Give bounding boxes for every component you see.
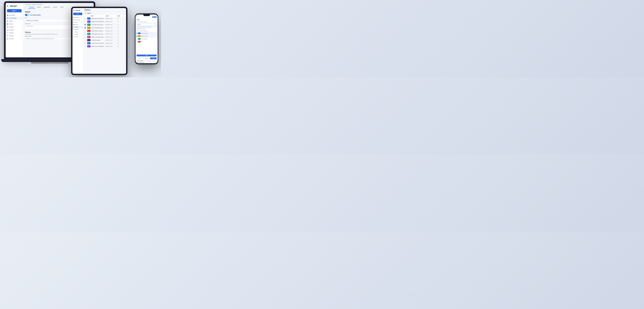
row-checkbox[interactable] (84, 34, 86, 34)
row-status: On (118, 27, 125, 28)
row-checkbox[interactable] (84, 21, 86, 22)
svg-rect-30 (74, 29, 74, 30)
row-title: How 5 Things Will Change The Way You App… (91, 27, 105, 28)
phone-add-button[interactable]: Add (136, 54, 156, 56)
settings-button[interactable]: Settings (144, 58, 150, 59)
sidebar-item-settings[interactable]: Settings ∨ (6, 34, 23, 37)
sidebar-item-dashboard[interactable]: Dashboard (6, 14, 23, 17)
folder-checkbox[interactable] (136, 30, 138, 31)
row-checkbox[interactable] (84, 46, 86, 47)
folder-item-comcast[interactable]: Comcast Sportsnet (136, 32, 158, 35)
sidebar-item-live-streams[interactable]: Live Streams ∧ (6, 17, 23, 20)
folder-checkbox[interactable] (136, 28, 138, 29)
col-status[interactable]: Status (118, 16, 125, 16)
svg-text:$: $ (74, 32, 74, 32)
laptop-add-button[interactable]: Add + (7, 9, 22, 12)
table-row: ▶ Master The Art Of Playlist With These … (83, 45, 126, 48)
dacast-logo-text: dacast (10, 5, 17, 7)
tablet-sidebar-folders[interactable]: Folders (72, 24, 83, 26)
playlist-item-johanna[interactable]: Johanna's Playlist (136, 60, 158, 62)
folder-checkbox[interactable] (136, 38, 138, 40)
tab-security[interactable]: Security (52, 6, 58, 9)
folder-checkbox[interactable] (136, 41, 138, 42)
folder-icon (7, 23, 8, 25)
sidebar-live-streams-label: Live Streams (9, 18, 17, 19)
col-name[interactable]: Name (91, 16, 105, 16)
row-date: 28/05/2020, 12:00 (105, 46, 118, 47)
row-checkbox[interactable] (84, 18, 86, 19)
row-checkbox[interactable] (84, 30, 86, 32)
sidebar-item-videos[interactable]: Videos (6, 20, 23, 22)
sidebar-item-paywall[interactable]: $ Paywall ∨ (6, 32, 23, 34)
tablet-sidebar-videos[interactable]: Videos ∨ (72, 21, 83, 24)
search-tag: Playlist × (86, 12, 92, 14)
live-stream-toggle[interactable] (25, 14, 29, 16)
tablet-folders-label: Folders (75, 24, 78, 25)
play-icon (73, 22, 74, 23)
tablet-sidebar-account[interactable]: Account (72, 36, 83, 38)
phone-search-input[interactable]: Search Title and Labels... (136, 21, 156, 23)
folder-checkbox[interactable] (136, 36, 138, 36)
chevron-icon: ∨ (21, 29, 22, 30)
row-checkbox[interactable] (84, 40, 86, 41)
sidebar-item-playlists[interactable]: Playlists (6, 26, 23, 28)
row-checkbox[interactable] (84, 43, 86, 44)
upgrade-button[interactable]: Upgrade (152, 16, 156, 18)
row-checkbox[interactable] (84, 36, 86, 38)
chart-icon (73, 29, 74, 30)
preview-button[interactable]: Preview (150, 58, 156, 59)
phone-device: 9:41 Upgrade Setup Search Title and Labe… (135, 14, 158, 64)
tablet-sidebar-live-streams[interactable]: Live Streams (72, 19, 83, 21)
tablet-sidebar-playlists[interactable]: Playlists ∧ (72, 26, 83, 28)
row-title: Don't Waste Time! 5 Facts Until You Reac… (91, 24, 105, 25)
tablet-sidebar-dashboard[interactable]: Dashboard (72, 16, 83, 19)
row-checkbox[interactable] (84, 27, 86, 28)
laptop-logo: dacast (6, 3, 23, 8)
tab-paywall[interactable]: Paywall (36, 6, 42, 9)
tablet-search-bar[interactable]: 🔍 Playlist × (83, 12, 126, 15)
sidebar-item-account[interactable]: Account ∨ (6, 37, 23, 40)
tab-back-button[interactable]: ‹ (25, 6, 27, 8)
tablet-sidebar-settings[interactable]: Settings (72, 33, 83, 36)
row-title: Playlist On A Budget (91, 40, 105, 41)
folder-checkbox[interactable] (136, 33, 138, 34)
phone-select-dropdown[interactable]: All Files ∨ (136, 23, 156, 26)
search-tag-close[interactable]: × (90, 13, 91, 14)
breadcrumb-parent[interactable]: Live Steams (25, 4, 31, 5)
tablet-sidebar-paywall[interactable]: $ Paywall (72, 31, 83, 33)
folder-item-label: Comcast Sportsnet (141, 33, 156, 34)
row-checkbox[interactable] (84, 24, 86, 25)
svg-text:$: $ (8, 32, 8, 34)
folder-item-ctv[interactable]: C T V 15 North Suburban... › (136, 30, 158, 32)
sort-button[interactable]: Sort (136, 58, 143, 59)
tablet-add-button[interactable]: Add + (73, 12, 82, 15)
folder-item-telecrafter[interactable]: Telecrafter Services › (136, 28, 158, 30)
folder-item-home-satellite[interactable]: Home Satellite Svc (136, 38, 158, 40)
row-title: Playlist Doesn't Have To Be Hard. Read T… (91, 34, 105, 34)
sidebar-item-folders[interactable]: Folders (6, 22, 23, 26)
row-date: 28/05/2020, 12:00 (105, 27, 118, 28)
svg-rect-2 (8, 14, 8, 15)
folder-item-arris[interactable]: Arris (136, 40, 158, 43)
chevron-icon: ∨ (21, 38, 22, 39)
tab-theme[interactable]: Theme (59, 6, 65, 9)
tab-engagement[interactable]: Engagement (42, 6, 52, 9)
tablet-live-streams-label: Live Streams (75, 20, 80, 20)
folder-item-cable-america[interactable]: Cable America Corp (136, 35, 158, 38)
svg-marker-24 (74, 22, 74, 23)
tablet-analytics-label: Analytics (75, 29, 78, 30)
tab-general[interactable]: General (28, 6, 35, 9)
svg-rect-18 (74, 17, 74, 18)
playlist-item-cable[interactable]: Cable America Corp (136, 62, 158, 63)
svg-point-16 (8, 38, 8, 39)
row-date: 28/05/2020, 12:00 (105, 24, 118, 25)
toggle-label: Live Stream Online (30, 14, 41, 16)
sidebar-item-analytics[interactable]: Analytics ∨ (6, 28, 23, 32)
chevron-right-icon: › (156, 28, 156, 29)
sidebar-analytics-label: Analytics (9, 29, 14, 30)
tablet-sidebar-analytics[interactable]: Analytics (72, 28, 83, 31)
col-created[interactable]: Created (105, 16, 118, 16)
chevron-icon: ∨ (21, 35, 22, 36)
row-status: Off (118, 30, 125, 32)
phone-breadcrumb: All Files • Johanna's Folder • Random Fo… (136, 26, 158, 28)
